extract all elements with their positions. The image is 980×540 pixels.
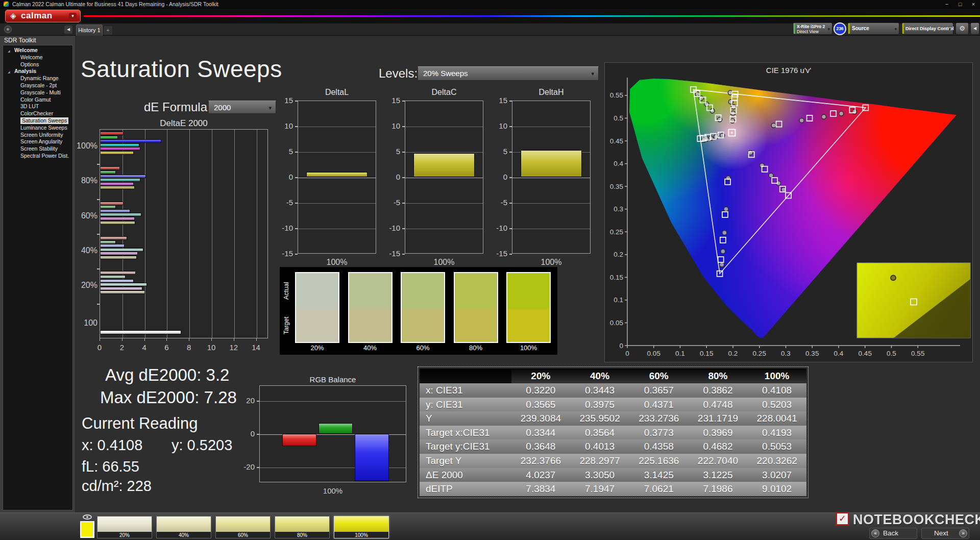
rgb-balance-title: RGB Balance <box>259 375 406 384</box>
y-tick-label: 5 <box>375 147 400 156</box>
sidebar-item-label: 3D LUT <box>20 103 39 110</box>
chevron-down-icon[interactable]: ▾ <box>69 13 77 19</box>
svg-text:0.05: 0.05 <box>610 319 623 327</box>
swatch-actual-80% <box>455 273 497 309</box>
y-tick-label: -10 <box>268 224 293 232</box>
back-arrow-icon: « <box>871 529 879 537</box>
sidebar-item-saturation-sweeps[interactable]: Saturation Sweeps <box>3 117 72 124</box>
sidebar-item-screen-uniformity[interactable]: Screen Uniformity <box>3 132 72 138</box>
close-button[interactable]: × <box>967 0 980 9</box>
maximize-button[interactable]: □ <box>953 0 967 9</box>
swatch-target-60% <box>402 309 444 342</box>
display-control-dropdown[interactable]: Direct Display Control ▾ <box>901 22 953 35</box>
settings-gear-button[interactable]: ⚙ <box>955 22 969 35</box>
table-cell: 3.0207 <box>747 468 806 482</box>
table-header-row: 20%40%60%80%100% <box>420 369 806 383</box>
patch-tile-20%[interactable]: 20% <box>97 516 152 538</box>
add-tab-button[interactable]: + <box>104 26 112 35</box>
target-row-label: Target <box>283 309 291 342</box>
y-tick <box>295 228 298 229</box>
sidebar-item-screen-angularity[interactable]: Screen Angularity <box>3 138 72 145</box>
sidebar-item-luminance-sweeps[interactable]: Luminance Sweeps <box>3 125 72 131</box>
table-cell: 3.1225 <box>689 468 748 482</box>
formula-dropdown[interactable]: 2000 ▾ <box>208 101 276 114</box>
svg-text:0.55: 0.55 <box>610 91 623 99</box>
sidebar-item-label: Welcome <box>20 54 43 61</box>
logo-bar: ◈ calman ▾ <box>0 9 980 23</box>
sidebar-item-color-gamut[interactable]: Color Gamut <box>3 96 72 103</box>
table-cell: 9.0102 <box>747 482 806 496</box>
group-label: 80% <box>77 176 97 185</box>
panel-toggle-button[interactable] <box>4 26 12 33</box>
patch-tile-80%[interactable]: 80% <box>275 516 330 538</box>
sidebar-item-analysis[interactable]: ◢Analysis <box>3 68 72 75</box>
calman-menu-button[interactable]: ◈ calman ▾ <box>5 10 81 22</box>
swatch-column-label: 40% <box>348 344 393 352</box>
eye-icon[interactable] <box>83 514 92 520</box>
table-cell: 0.3565 <box>511 398 571 412</box>
deltaE-bar-80%-magenta <box>100 182 134 186</box>
deltaE-bar-20%-cyan <box>100 283 147 286</box>
minimize-button[interactable]: − <box>940 0 953 9</box>
deltaE-bar-100%-green <box>100 136 118 139</box>
sidebar-item-spectral-power-dist-[interactable]: Spectral Power Dist. <box>3 153 72 159</box>
y-tick <box>509 101 512 102</box>
sidebar-item-options[interactable]: Options <box>3 61 72 68</box>
y-tick-label: 0 <box>268 173 293 181</box>
deltaE-bar-100%-yellow <box>100 151 134 155</box>
x-tick <box>256 338 257 341</box>
sidebar-item-colorchecker[interactable]: ColorChecker <box>3 110 72 117</box>
next-arrow-icon: » <box>959 529 967 537</box>
sidebar-item-grayscale-2pt[interactable]: Grayscale - 2pt <box>3 82 72 89</box>
current-patch-tile[interactable] <box>80 521 94 538</box>
svg-text:0.35: 0.35 <box>805 350 819 357</box>
table-cell: 0.3648 <box>511 439 571 454</box>
rgb-balance-chart: RGB Balance200-20100% <box>235 375 439 498</box>
sidebar-item-3d-lut[interactable]: 3D LUT <box>3 103 72 110</box>
levels-dropdown[interactable]: 20% Sweeps ▾ <box>418 66 599 81</box>
table-header-cell: 20% <box>511 369 571 383</box>
notebookcheck-logo-text: NOTEBOOKCHECK <box>853 512 980 528</box>
x-tick <box>189 338 189 341</box>
group-label: 100 <box>77 318 97 328</box>
chevron-down-icon: ▾ <box>827 27 830 32</box>
sidebar-item-screen-stability[interactable]: Screen Stability <box>3 145 72 152</box>
sidebar-tree: ◢WelcomeWelcomeOptions◢AnalysisDynamic R… <box>3 45 73 510</box>
deltaE-bar-40%-red <box>100 236 127 240</box>
gridline <box>512 127 590 127</box>
current-reading-title: Current Reading <box>82 414 198 433</box>
table-header-cell <box>420 369 511 383</box>
collapse-sidebar-button[interactable]: ◀ <box>64 26 72 34</box>
deltaE-bar-100%-magenta <box>100 147 140 151</box>
sidebar-item-welcome[interactable]: ◢Welcome <box>3 47 72 54</box>
swatch-target-100% <box>507 309 550 342</box>
sidebar-item-dynamic-range[interactable]: Dynamic Range <box>3 75 72 82</box>
gridline <box>298 178 376 178</box>
svg-text:0.45: 0.45 <box>610 137 623 145</box>
table-row-label: ΔE 2000 <box>420 468 511 482</box>
meter-dropdown[interactable]: X-Rite i1Pro 2 Direct View ▾ <box>793 22 832 35</box>
patch-tile-100%[interactable]: 100% <box>334 516 389 538</box>
sidebar-item-grayscale-multi[interactable]: Grayscale - Multi <box>3 89 72 96</box>
patch-tile-60%[interactable]: 60% <box>215 516 271 538</box>
deltaE-bar-80%-cyan <box>100 178 140 182</box>
deltaE-bar-60%-green <box>100 205 116 209</box>
x-tick <box>122 338 122 341</box>
gridline <box>512 203 590 204</box>
deltaE-bar-40%-cyan <box>100 248 143 252</box>
next-label: Next <box>934 528 948 538</box>
deltaE-bar-60%-yellow <box>100 221 135 225</box>
deltaC-chart: DeltaC151050-5-10-15100% <box>375 88 485 269</box>
tab-history-1[interactable]: History 1 <box>76 24 103 36</box>
patch-tile-40%[interactable]: 40% <box>156 516 211 538</box>
source-dropdown[interactable]: Source ▾ <box>847 22 899 35</box>
collapse-panel-button[interactable]: ◀ <box>970 22 979 35</box>
next-button[interactable]: Next » <box>921 528 969 539</box>
deltaE-bar-60%-blue <box>100 209 130 213</box>
sidebar-item-welcome[interactable]: Welcome <box>3 54 72 61</box>
formula-label: dE Formula: <box>144 100 211 114</box>
back-button[interactable]: « Back <box>869 528 917 539</box>
gridline <box>234 130 235 338</box>
rgb-x-label: 100% <box>259 486 406 495</box>
levels-value: 20% Sweeps <box>423 67 468 80</box>
